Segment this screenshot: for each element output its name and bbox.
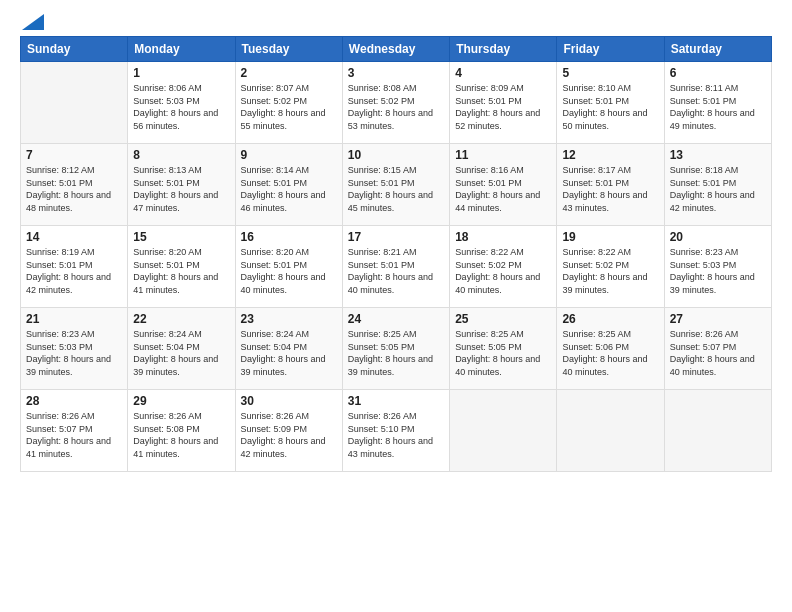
calendar-page: SundayMondayTuesdayWednesdayThursdayFrid… — [0, 0, 792, 612]
calendar-cell: 18Sunrise: 8:22 AMSunset: 5:02 PMDayligh… — [450, 226, 557, 308]
day-number: 13 — [670, 148, 766, 162]
day-number: 5 — [562, 66, 658, 80]
day-detail: Sunrise: 8:10 AMSunset: 5:01 PMDaylight:… — [562, 82, 658, 132]
calendar-cell: 17Sunrise: 8:21 AMSunset: 5:01 PMDayligh… — [342, 226, 449, 308]
day-number: 18 — [455, 230, 551, 244]
day-detail: Sunrise: 8:23 AMSunset: 5:03 PMDaylight:… — [26, 328, 122, 378]
day-detail: Sunrise: 8:25 AMSunset: 5:06 PMDaylight:… — [562, 328, 658, 378]
calendar-cell: 23Sunrise: 8:24 AMSunset: 5:04 PMDayligh… — [235, 308, 342, 390]
calendar-cell: 15Sunrise: 8:20 AMSunset: 5:01 PMDayligh… — [128, 226, 235, 308]
day-number: 15 — [133, 230, 229, 244]
day-detail: Sunrise: 8:19 AMSunset: 5:01 PMDaylight:… — [26, 246, 122, 296]
day-number: 23 — [241, 312, 337, 326]
day-number: 11 — [455, 148, 551, 162]
day-detail: Sunrise: 8:25 AMSunset: 5:05 PMDaylight:… — [348, 328, 444, 378]
calendar-cell: 7Sunrise: 8:12 AMSunset: 5:01 PMDaylight… — [21, 144, 128, 226]
calendar-cell: 5Sunrise: 8:10 AMSunset: 5:01 PMDaylight… — [557, 62, 664, 144]
weekday-header-saturday: Saturday — [664, 37, 771, 62]
day-detail: Sunrise: 8:13 AMSunset: 5:01 PMDaylight:… — [133, 164, 229, 214]
day-detail: Sunrise: 8:24 AMSunset: 5:04 PMDaylight:… — [133, 328, 229, 378]
day-number: 31 — [348, 394, 444, 408]
day-number: 8 — [133, 148, 229, 162]
day-number: 21 — [26, 312, 122, 326]
day-detail: Sunrise: 8:07 AMSunset: 5:02 PMDaylight:… — [241, 82, 337, 132]
logo-icon — [22, 14, 44, 30]
calendar-cell: 22Sunrise: 8:24 AMSunset: 5:04 PMDayligh… — [128, 308, 235, 390]
day-detail: Sunrise: 8:11 AMSunset: 5:01 PMDaylight:… — [670, 82, 766, 132]
day-detail: Sunrise: 8:16 AMSunset: 5:01 PMDaylight:… — [455, 164, 551, 214]
day-detail: Sunrise: 8:22 AMSunset: 5:02 PMDaylight:… — [562, 246, 658, 296]
weekday-header-tuesday: Tuesday — [235, 37, 342, 62]
calendar-cell: 20Sunrise: 8:23 AMSunset: 5:03 PMDayligh… — [664, 226, 771, 308]
day-number: 4 — [455, 66, 551, 80]
calendar-cell: 25Sunrise: 8:25 AMSunset: 5:05 PMDayligh… — [450, 308, 557, 390]
calendar-cell: 27Sunrise: 8:26 AMSunset: 5:07 PMDayligh… — [664, 308, 771, 390]
day-number: 2 — [241, 66, 337, 80]
calendar-cell: 28Sunrise: 8:26 AMSunset: 5:07 PMDayligh… — [21, 390, 128, 472]
calendar-cell — [21, 62, 128, 144]
day-number: 7 — [26, 148, 122, 162]
calendar-cell: 16Sunrise: 8:20 AMSunset: 5:01 PMDayligh… — [235, 226, 342, 308]
day-detail: Sunrise: 8:21 AMSunset: 5:01 PMDaylight:… — [348, 246, 444, 296]
calendar-cell: 3Sunrise: 8:08 AMSunset: 5:02 PMDaylight… — [342, 62, 449, 144]
calendar-cell — [557, 390, 664, 472]
calendar-cell: 12Sunrise: 8:17 AMSunset: 5:01 PMDayligh… — [557, 144, 664, 226]
day-number: 28 — [26, 394, 122, 408]
day-number: 17 — [348, 230, 444, 244]
day-detail: Sunrise: 8:18 AMSunset: 5:01 PMDaylight:… — [670, 164, 766, 214]
day-detail: Sunrise: 8:26 AMSunset: 5:08 PMDaylight:… — [133, 410, 229, 460]
weekday-header-wednesday: Wednesday — [342, 37, 449, 62]
page-header — [20, 16, 772, 26]
day-number: 6 — [670, 66, 766, 80]
day-detail: Sunrise: 8:14 AMSunset: 5:01 PMDaylight:… — [241, 164, 337, 214]
calendar-cell: 11Sunrise: 8:16 AMSunset: 5:01 PMDayligh… — [450, 144, 557, 226]
day-detail: Sunrise: 8:12 AMSunset: 5:01 PMDaylight:… — [26, 164, 122, 214]
calendar-cell: 26Sunrise: 8:25 AMSunset: 5:06 PMDayligh… — [557, 308, 664, 390]
week-row-2: 7Sunrise: 8:12 AMSunset: 5:01 PMDaylight… — [21, 144, 772, 226]
day-detail: Sunrise: 8:17 AMSunset: 5:01 PMDaylight:… — [562, 164, 658, 214]
day-detail: Sunrise: 8:24 AMSunset: 5:04 PMDaylight:… — [241, 328, 337, 378]
calendar-cell: 8Sunrise: 8:13 AMSunset: 5:01 PMDaylight… — [128, 144, 235, 226]
day-number: 22 — [133, 312, 229, 326]
calendar-cell: 2Sunrise: 8:07 AMSunset: 5:02 PMDaylight… — [235, 62, 342, 144]
day-detail: Sunrise: 8:26 AMSunset: 5:09 PMDaylight:… — [241, 410, 337, 460]
day-number: 20 — [670, 230, 766, 244]
calendar-cell — [664, 390, 771, 472]
day-detail: Sunrise: 8:25 AMSunset: 5:05 PMDaylight:… — [455, 328, 551, 378]
weekday-header-sunday: Sunday — [21, 37, 128, 62]
calendar-cell: 19Sunrise: 8:22 AMSunset: 5:02 PMDayligh… — [557, 226, 664, 308]
day-number: 30 — [241, 394, 337, 408]
calendar-cell: 9Sunrise: 8:14 AMSunset: 5:01 PMDaylight… — [235, 144, 342, 226]
calendar-cell: 1Sunrise: 8:06 AMSunset: 5:03 PMDaylight… — [128, 62, 235, 144]
day-number: 26 — [562, 312, 658, 326]
logo — [20, 16, 44, 26]
day-detail: Sunrise: 8:26 AMSunset: 5:07 PMDaylight:… — [670, 328, 766, 378]
calendar-cell: 14Sunrise: 8:19 AMSunset: 5:01 PMDayligh… — [21, 226, 128, 308]
calendar-cell: 4Sunrise: 8:09 AMSunset: 5:01 PMDaylight… — [450, 62, 557, 144]
day-number: 14 — [26, 230, 122, 244]
calendar-cell: 10Sunrise: 8:15 AMSunset: 5:01 PMDayligh… — [342, 144, 449, 226]
day-number: 3 — [348, 66, 444, 80]
calendar-cell: 6Sunrise: 8:11 AMSunset: 5:01 PMDaylight… — [664, 62, 771, 144]
day-number: 25 — [455, 312, 551, 326]
day-detail: Sunrise: 8:09 AMSunset: 5:01 PMDaylight:… — [455, 82, 551, 132]
day-detail: Sunrise: 8:20 AMSunset: 5:01 PMDaylight:… — [133, 246, 229, 296]
day-number: 19 — [562, 230, 658, 244]
calendar-cell — [450, 390, 557, 472]
calendar-cell: 30Sunrise: 8:26 AMSunset: 5:09 PMDayligh… — [235, 390, 342, 472]
calendar-cell: 13Sunrise: 8:18 AMSunset: 5:01 PMDayligh… — [664, 144, 771, 226]
weekday-header-row: SundayMondayTuesdayWednesdayThursdayFrid… — [21, 37, 772, 62]
day-number: 27 — [670, 312, 766, 326]
week-row-4: 21Sunrise: 8:23 AMSunset: 5:03 PMDayligh… — [21, 308, 772, 390]
day-detail: Sunrise: 8:15 AMSunset: 5:01 PMDaylight:… — [348, 164, 444, 214]
day-number: 16 — [241, 230, 337, 244]
day-detail: Sunrise: 8:23 AMSunset: 5:03 PMDaylight:… — [670, 246, 766, 296]
day-number: 24 — [348, 312, 444, 326]
calendar-cell: 31Sunrise: 8:26 AMSunset: 5:10 PMDayligh… — [342, 390, 449, 472]
calendar-cell: 21Sunrise: 8:23 AMSunset: 5:03 PMDayligh… — [21, 308, 128, 390]
day-detail: Sunrise: 8:20 AMSunset: 5:01 PMDaylight:… — [241, 246, 337, 296]
day-detail: Sunrise: 8:26 AMSunset: 5:07 PMDaylight:… — [26, 410, 122, 460]
day-detail: Sunrise: 8:08 AMSunset: 5:02 PMDaylight:… — [348, 82, 444, 132]
day-number: 29 — [133, 394, 229, 408]
day-detail: Sunrise: 8:06 AMSunset: 5:03 PMDaylight:… — [133, 82, 229, 132]
